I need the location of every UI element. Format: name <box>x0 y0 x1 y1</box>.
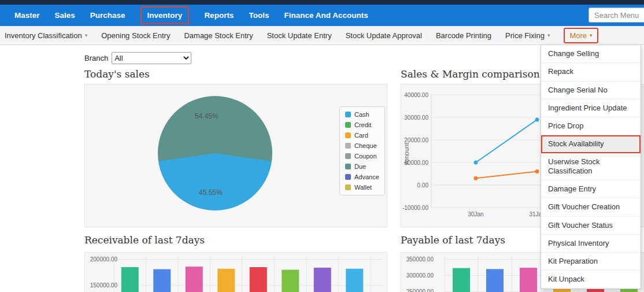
caret-down-icon: ▾ <box>85 33 88 38</box>
menu-item-repack[interactable]: Repack <box>541 63 641 81</box>
y-tick-label: 350000.00 <box>406 256 434 263</box>
menu-inventory[interactable]: Inventory <box>140 6 190 24</box>
bar <box>282 270 299 292</box>
menu-item-userwise-stock-classification[interactable]: Userwise Stock Classification <box>541 153 641 181</box>
y-tick-label: 250000.00 <box>406 289 434 292</box>
legend-item[interactable]: Advance <box>345 173 379 180</box>
menu-item-ingredient-price-update[interactable]: Ingredient Price Update <box>541 99 641 117</box>
legend-item[interactable]: Coupon <box>345 153 379 160</box>
menu-item-change-serial-no[interactable]: Change Serial No <box>541 82 641 99</box>
menu-item-physical-inventory[interactable]: Physical Inventory <box>541 235 641 253</box>
menu-item-kit-unpack[interactable]: Kit Unpack <box>541 271 641 288</box>
menu-item-change-selling[interactable]: Change Selling <box>541 45 641 63</box>
legend-label: Coupon <box>354 153 377 160</box>
menu-item-kit-preparation[interactable]: Kit Preparation <box>541 253 641 271</box>
top-strip <box>0 0 644 5</box>
inventory-submenu-bar: Inventory Classification ▾ Opening Stock… <box>0 26 644 45</box>
pie-slice-label: 45.55% <box>199 188 223 197</box>
legend-swatch <box>345 153 351 159</box>
menu-purchase[interactable]: Purchase <box>90 11 125 20</box>
legend-label: Cash <box>354 111 369 118</box>
legend-swatch <box>345 164 351 169</box>
legend-swatch <box>345 132 351 138</box>
main-menu-bar: Master Sales Purchase Inventory Reports … <box>0 5 644 26</box>
subnav-label: Opening Stock Entry <box>101 31 170 40</box>
data-point <box>474 161 478 165</box>
legend-item[interactable]: Wallet <box>345 184 379 191</box>
y-tick-label: 20000.00 <box>404 137 428 143</box>
legend-swatch <box>345 143 351 149</box>
menu-master[interactable]: Master <box>14 11 40 20</box>
y-axis-title: Amount <box>403 143 410 165</box>
menu-finance-and-accounts[interactable]: Finance And Accounts <box>284 11 368 20</box>
menu-item-stock-availability[interactable]: Stock Availability <box>541 135 641 153</box>
bar <box>314 268 331 292</box>
menu-sales[interactable]: Sales <box>55 11 75 20</box>
bar <box>121 267 139 292</box>
subnav-label: Stock Update Approval <box>346 31 422 40</box>
main-menu: Master Sales Purchase Inventory Reports … <box>14 6 368 24</box>
legend-item[interactable]: Cash <box>345 111 379 118</box>
subnav-label: More <box>569 31 587 40</box>
subnav-inventory-classification[interactable]: Inventory Classification ▾ <box>5 31 87 40</box>
pie-slice-label: 54.45% <box>195 112 219 120</box>
menu-item-gift-voucher-status[interactable]: Gift Voucher Status <box>541 217 641 235</box>
todays-sales-chart: 54.45% 45.55% CashCreditCardChequeCoupon… <box>84 84 387 227</box>
bar <box>250 267 267 292</box>
subnav-opening-stock-entry[interactable]: Opening Stock Entry <box>101 31 170 40</box>
branch-label: Branch <box>84 54 108 62</box>
legend-swatch <box>345 122 351 128</box>
subnav-price-fixing[interactable]: Price Fixing ▾ <box>505 31 550 40</box>
caret-down-icon: ▾ <box>590 33 593 38</box>
legend-label: Credit <box>354 121 371 128</box>
bar <box>346 269 363 292</box>
menu-item-price-drop[interactable]: Price Drop <box>541 117 641 135</box>
caret-down-icon: ▾ <box>547 33 550 38</box>
legend-item[interactable]: Cheque <box>345 142 379 149</box>
menu-item-gift-voucher-creation[interactable]: Gift Voucher Creation <box>541 198 641 216</box>
x-tick-label: 30Jan <box>468 211 483 217</box>
branch-filter: Branch All <box>84 52 191 64</box>
subnav-damage-stock-entry[interactable]: Damage Stock Entry <box>184 31 253 40</box>
search-menu-input[interactable] <box>589 8 644 23</box>
subnav-more[interactable]: More ▾ <box>564 28 598 43</box>
bar <box>453 268 470 292</box>
legend-item[interactable]: Due <box>345 163 379 170</box>
bar <box>486 269 504 292</box>
legend-item[interactable]: Card <box>345 132 379 139</box>
receivable-bars-svg: 200000.00150000.00 <box>85 253 388 292</box>
subnav-label: Price Fixing <box>505 31 545 40</box>
subnav-label: Damage Stock Entry <box>184 31 253 40</box>
bar <box>520 268 537 292</box>
menu-reports[interactable]: Reports <box>204 11 234 20</box>
y-tick-label: 0.00 <box>417 182 429 188</box>
legend-item[interactable]: Credit <box>345 121 379 128</box>
subnav-stock-update-entry[interactable]: Stock Update Entry <box>267 31 332 40</box>
dashboard-screen: Master Sales Purchase Inventory Reports … <box>0 0 644 292</box>
legend-label: Advance <box>354 173 379 180</box>
data-point <box>474 176 478 180</box>
subnav-label: Stock Update Entry <box>267 31 332 40</box>
bar <box>186 267 203 292</box>
legend-label: Wallet <box>354 184 372 191</box>
legend-label: Card <box>354 132 368 139</box>
data-point <box>535 169 539 173</box>
legend-swatch <box>345 174 351 180</box>
subnav-stock-update-approval[interactable]: Stock Update Approval <box>346 31 422 40</box>
line-series <box>476 120 537 162</box>
receivable-title: Receivable of last 7days <box>84 234 205 246</box>
payable-title: Payable of last 7days <box>401 234 505 246</box>
menu-item-damage-entry[interactable]: Damage Entry <box>541 180 641 198</box>
y-tick-label: 30000.00 <box>404 114 428 121</box>
menu-tools[interactable]: Tools <box>249 11 269 20</box>
branch-select[interactable]: All <box>112 52 191 64</box>
todays-sales-title: Today's sales <box>84 68 150 80</box>
subnav-barcode-printing[interactable]: Barcode Printing <box>436 31 491 40</box>
line-series <box>476 172 537 179</box>
y-tick-label: 200000.00 <box>90 256 118 263</box>
more-dropdown-menu: Change Selling Repack Change Serial No I… <box>541 45 641 289</box>
legend-label: Cheque <box>354 142 377 149</box>
legend-swatch <box>345 184 351 190</box>
subnav-label: Inventory Classification <box>5 31 82 40</box>
y-tick-label: 150000.00 <box>90 282 118 289</box>
